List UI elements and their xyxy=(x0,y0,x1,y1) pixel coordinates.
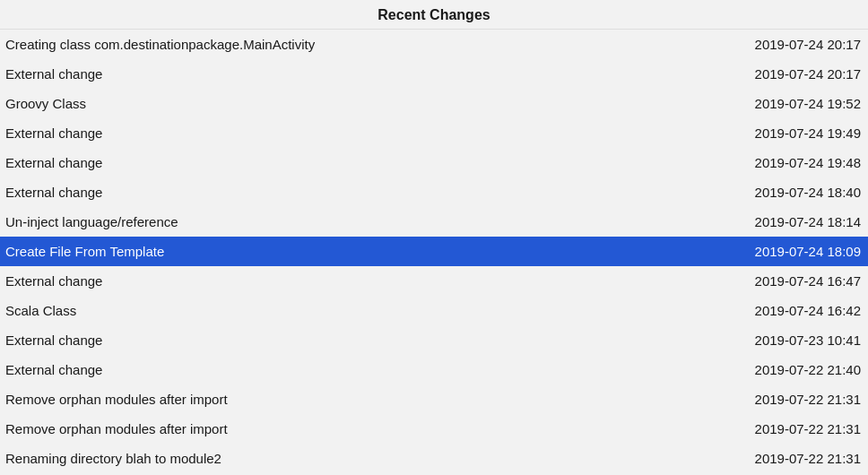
change-date: 2019-07-24 20:17 xyxy=(664,30,868,59)
change-date: 2019-07-22 21:31 xyxy=(664,384,868,414)
main-container: Recent Changes Creating class com.destin… xyxy=(0,0,868,475)
change-date: 2019-07-22 21:31 xyxy=(664,414,868,444)
table-row[interactable]: Scala Class2019-07-24 16:42 xyxy=(0,296,868,325)
change-date: 2019-07-24 19:52 xyxy=(664,89,868,118)
change-name: External change xyxy=(0,177,664,207)
changes-table: Creating class com.destinationpackage.Ma… xyxy=(0,30,868,475)
table-row[interactable]: External change2019-07-24 19:48 xyxy=(0,148,868,177)
change-name: Scala Class xyxy=(0,296,664,325)
table-row[interactable]: External change2019-07-24 20:17 xyxy=(0,59,868,89)
change-name: Create File From Template xyxy=(0,237,664,266)
change-name: Groovy Class xyxy=(0,89,664,118)
panel-header: Recent Changes xyxy=(0,0,868,30)
change-date: 2019-07-23 10:41 xyxy=(664,325,868,355)
change-date: 2019-07-22 21:31 xyxy=(664,444,868,473)
table-row[interactable]: Creating class com.destinationpackage.Ma… xyxy=(0,30,868,59)
table-row[interactable]: Un-inject language/reference2019-07-24 1… xyxy=(0,207,868,237)
change-date: 2019-07-24 16:47 xyxy=(664,266,868,296)
change-date: 2019-07-24 20:17 xyxy=(664,59,868,89)
change-date: 2019-07-24 19:48 xyxy=(664,148,868,177)
table-row[interactable]: External change2019-07-24 18:40 xyxy=(0,177,868,207)
table-row[interactable]: Remove orphan modules after import2019-0… xyxy=(0,414,868,444)
panel-title: Recent Changes xyxy=(378,7,490,22)
change-name: External change xyxy=(0,118,664,148)
change-name: External change xyxy=(0,148,664,177)
change-date: 2019-07-24 19:49 xyxy=(664,118,868,148)
table-row[interactable]: Create File From Template2019-07-24 18:0… xyxy=(0,237,868,266)
change-name: Renaming directory blah to module2 xyxy=(0,444,664,473)
change-date: 2019-07-24 18:14 xyxy=(664,207,868,237)
change-name: External change xyxy=(0,266,664,296)
change-name: Remove orphan modules after import xyxy=(0,384,664,414)
change-date: 2019-07-24 18:09 xyxy=(664,237,868,266)
change-name: Remove orphan modules after import xyxy=(0,414,664,444)
change-name: External change xyxy=(0,355,664,384)
table-row[interactable]: Groovy Class2019-07-24 19:52 xyxy=(0,89,868,118)
table-row[interactable]: Renaming directory blah to module22019-0… xyxy=(0,444,868,473)
change-name: Creating class com.destinationpackage.Ma… xyxy=(0,30,664,59)
table-row[interactable]: Remove orphan modules after import2019-0… xyxy=(0,384,868,414)
change-name: Un-inject language/reference xyxy=(0,207,664,237)
change-date: 2019-07-22 21:40 xyxy=(664,355,868,384)
table-row[interactable]: External change2019-07-23 10:41 xyxy=(0,325,868,355)
table-row[interactable]: External change2019-07-22 21:40 xyxy=(0,355,868,384)
change-name: External change xyxy=(0,325,664,355)
change-name: External change xyxy=(0,59,664,89)
table-row[interactable]: External change2019-07-24 16:47 xyxy=(0,266,868,296)
changes-table-container[interactable]: Creating class com.destinationpackage.Ma… xyxy=(0,30,868,475)
change-date: 2019-07-24 16:42 xyxy=(664,296,868,325)
change-date: 2019-07-24 18:40 xyxy=(664,177,868,207)
table-row[interactable]: External change2019-07-24 19:49 xyxy=(0,118,868,148)
